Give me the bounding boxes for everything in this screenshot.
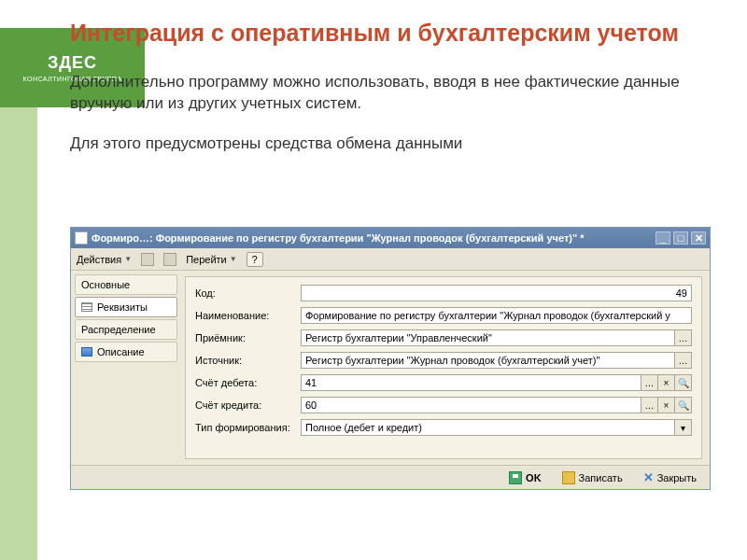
credit-search-button[interactable]: 🔍 xyxy=(675,397,692,413)
list-icon xyxy=(81,302,92,312)
sidebar: Основные Реквизиты Распределение Описани… xyxy=(71,271,181,465)
sidebar-label: Распределение xyxy=(81,324,156,335)
maximize-button[interactable]: □ xyxy=(673,231,688,245)
disk-icon xyxy=(562,471,575,484)
minimize-button[interactable]: _ xyxy=(655,231,670,245)
write-label: Записать xyxy=(579,472,623,483)
source-select-button[interactable]: … xyxy=(675,352,692,369)
go-label: Перейти xyxy=(186,254,227,265)
debit-search-button[interactable]: 🔍 xyxy=(675,374,692,391)
titlebar[interactable]: Формиро…: Формирование по регистру бухга… xyxy=(71,228,710,248)
sidebar-label: Основные xyxy=(81,279,130,290)
window-title: Формиро…: Формирование по регистру бухга… xyxy=(92,232,652,244)
credit-label: Счёт кредита: xyxy=(195,399,293,411)
description-icon xyxy=(81,347,92,357)
document-icon xyxy=(75,231,88,245)
sidebar-item-description[interactable]: Описание xyxy=(75,342,177,362)
sidebar-item-requisites[interactable]: Реквизиты xyxy=(75,297,177,317)
type-dropdown-button[interactable]: ▾ xyxy=(675,419,692,436)
chevron-down-icon: ▼ xyxy=(230,255,237,263)
source-input[interactable] xyxy=(301,352,675,369)
slide-title: Интеграция с оперативным и бухгалтерским… xyxy=(70,19,705,48)
name-input[interactable] xyxy=(301,307,692,324)
debit-input[interactable] xyxy=(301,374,641,391)
slide-para-2: Для этого предусмотрены средства обмена … xyxy=(70,133,705,155)
debit-clear-button[interactable]: × xyxy=(658,374,675,391)
close-label: Закрыть xyxy=(657,472,697,483)
write-button[interactable]: Записать xyxy=(557,469,628,487)
actions-menu[interactable]: Действия ▼ xyxy=(77,254,132,265)
form-panel: Код: Наименование: Приёмник: … Источник: xyxy=(185,276,702,459)
toolbar-icon-1[interactable] xyxy=(141,253,154,266)
help-button[interactable]: ? xyxy=(247,252,263,267)
toolbar-icon-2[interactable] xyxy=(163,253,176,266)
code-label: Код: xyxy=(195,287,293,299)
actions-label: Действия xyxy=(77,254,121,265)
close-icon: ✕ xyxy=(643,470,654,484)
close-window-button[interactable]: ✕ xyxy=(691,231,706,245)
toolbar: Действия ▼ Перейти ▼ ? xyxy=(71,248,710,271)
ok-label: OK xyxy=(526,472,542,483)
credit-input[interactable] xyxy=(301,397,641,413)
credit-select-button[interactable]: … xyxy=(641,397,658,413)
name-label: Наименование: xyxy=(195,310,293,321)
type-input[interactable] xyxy=(301,419,675,436)
debit-label: Счёт дебета: xyxy=(195,377,293,388)
chevron-down-icon: ▼ xyxy=(124,255,132,263)
help-icon: ? xyxy=(252,254,258,265)
app-window: Формиро…: Формирование по регистру бухга… xyxy=(70,227,711,490)
sidebar-label: Описание xyxy=(97,346,145,357)
sidebar-item-distribution[interactable]: Распределение xyxy=(75,319,177,340)
source-label: Источник: xyxy=(195,355,293,366)
debit-select-button[interactable]: … xyxy=(641,374,658,391)
receiver-label: Приёмник: xyxy=(195,332,293,343)
ok-button[interactable]: OK xyxy=(503,469,547,487)
sidebar-item-main[interactable]: Основные xyxy=(75,274,177,295)
credit-clear-button[interactable]: × xyxy=(658,397,675,413)
decorative-stripe xyxy=(0,107,37,560)
slide-para-1: Дополнительно программу можно использова… xyxy=(70,72,705,115)
receiver-input[interactable] xyxy=(301,329,675,346)
bottom-bar: OK Записать ✕ Закрыть xyxy=(71,465,710,489)
receiver-select-button[interactable]: … xyxy=(675,329,692,346)
type-label: Тип формирования: xyxy=(195,422,293,433)
save-icon xyxy=(509,471,522,484)
go-menu[interactable]: Перейти ▼ xyxy=(186,254,237,265)
code-input[interactable] xyxy=(301,285,692,301)
close-button[interactable]: ✕ Закрыть xyxy=(638,469,702,487)
sidebar-label: Реквизиты xyxy=(97,301,148,313)
